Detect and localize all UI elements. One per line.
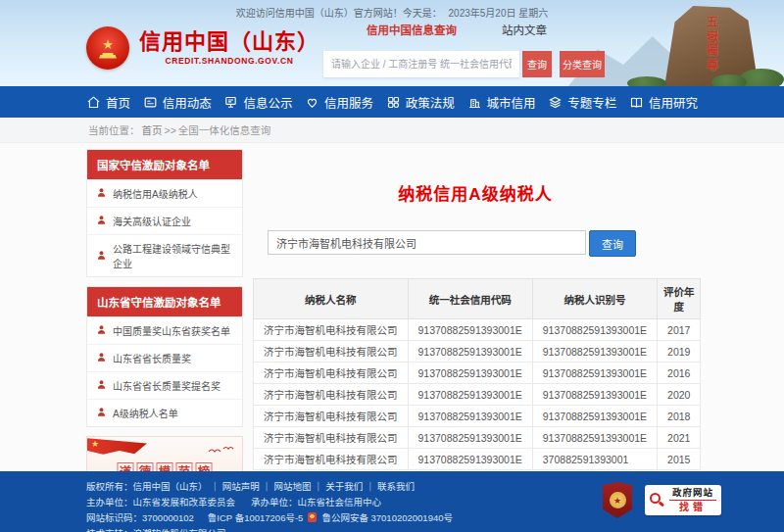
- footer-link-2[interactable]: 关于我们: [325, 481, 363, 492]
- sidebar-item-label: 山东省省长质量奖: [113, 351, 191, 365]
- site-domain: CREDIT.SHANDONG.GOV.CN: [139, 56, 319, 66]
- result-table: 纳税人名称统一社会信用代码纳税人识别号评价年度 济宁市海智机电科技有限公司913…: [253, 278, 701, 470]
- badge-line2: 找错: [679, 503, 707, 512]
- table-cell: 91370882591393001E: [532, 319, 657, 341]
- site-header: 五嶽獨尊 欢迎访问信用中国（山东）官方网站！今天是： 2023年5月20日 星期…: [0, 0, 784, 86]
- footer-link-0[interactable]: 网站声明: [222, 481, 260, 492]
- nav-item-label: 首页: [106, 93, 130, 112]
- page: 五嶽獨尊 欢迎访问信用中国（山东）官方网站！今天是： 2023年5月20日 星期…: [0, 0, 784, 532]
- footer-separator: ｜: [311, 481, 325, 492]
- sidebar-item-0-2[interactable]: 公路工程建设领域守信典型企业: [87, 234, 242, 276]
- footer-separator: ｜: [363, 481, 377, 492]
- police-emblem-icon: [308, 512, 317, 522]
- board-icon: [223, 95, 238, 110]
- red-flag-icon: ★: [86, 438, 147, 465]
- company-query-button[interactable]: 查询: [589, 230, 636, 257]
- gov-shield-badge[interactable]: ★: [603, 482, 632, 518]
- nav-item-label: 信用动态: [163, 93, 212, 112]
- person-badge-icon: [96, 215, 107, 227]
- sidebar-item-1-2[interactable]: 山东省省长质量奖提名奖: [87, 371, 242, 399]
- person-badge-icon: [96, 324, 107, 337]
- table-cell: 济宁市海智机电科技有限公司: [254, 449, 409, 470]
- breadcrumb-home-link[interactable]: 首页: [142, 122, 163, 137]
- sidebar-section-1: 山东省守信激励对象名单中国质量奖山东省获奖名单山东省省长质量奖山东省省长质量奖提…: [86, 286, 243, 427]
- footer-links: ｜ 网站声明 ｜ 网站地图 ｜ 关于我们 ｜ 联系我们: [211, 479, 416, 493]
- person-badge-icon: [96, 352, 107, 364]
- nav-item-0[interactable]: 首页: [86, 93, 130, 112]
- sidebar-section-title: 国家守信激励对象名单: [87, 150, 242, 179]
- welcome-bar: 欢迎访问信用中国（山东）官方网站！今天是： 2023年5月20日 星期六: [0, 0, 784, 20]
- table-cell: 91370882591393001E: [532, 427, 657, 449]
- nav-item-1[interactable]: 信用动态: [143, 93, 212, 112]
- footer-undertaker: 承办单位：山东省社会信用中心: [251, 495, 381, 508]
- footer-link-3[interactable]: 联系我们: [377, 481, 415, 492]
- site-title: 信用中国（山东）: [139, 30, 319, 54]
- header-search-block: 信用中国信息查询 站内文章 查询 分类查询: [323, 22, 610, 77]
- table-cell: 91370882591393001E: [408, 427, 532, 449]
- sidebar-sections: 国家守信激励对象名单纳税信用A级纳税人海关高级认证企业公路工程建设领域守信典型企…: [86, 149, 243, 427]
- column-header: 纳税人名称: [254, 279, 409, 319]
- nav-item-label: 信用研究: [649, 93, 698, 112]
- table-cell: 370882591393001: [532, 449, 657, 470]
- person-badge-icon: [96, 379, 107, 392]
- table-cell: 91370882591393001E: [532, 384, 657, 406]
- sidebar-item-1-3[interactable]: A级纳税人名单: [87, 399, 242, 426]
- nav-item-3[interactable]: 信用服务: [305, 93, 373, 112]
- breadcrumb-separator: >>: [165, 124, 176, 136]
- sidebar-section-title: 山东省守信激励对象名单: [87, 287, 242, 316]
- gov-site-error-badge[interactable]: 政府网站 找错: [645, 485, 721, 515]
- sidebar-item-1-0[interactable]: 中国质量奖山东省获奖名单: [87, 316, 242, 344]
- main-panel: 纳税信用A级纳税人 查询 纳税人名称统一社会信用代码纳税人识别号评价年度 济宁市…: [253, 149, 698, 501]
- nav-item-4[interactable]: 政策法规: [386, 93, 455, 112]
- sidebar-item-1-1[interactable]: 山东省省长质量奖: [87, 344, 242, 371]
- footer-link-1[interactable]: 网站地图: [273, 481, 311, 492]
- nav-item-7[interactable]: 信用研究: [629, 93, 698, 112]
- table-row-2: 济宁市海智机电科技有限公司91370882591393001E913708825…: [254, 363, 701, 384]
- nav-item-6[interactable]: 专题专栏: [548, 93, 616, 112]
- sidebar-item-label: A级纳税人名单: [113, 406, 178, 420]
- sidebar-item-label: 海关高级认证企业: [113, 214, 191, 228]
- table-cell: 91370882591393001E: [532, 406, 657, 427]
- footer-police[interactable]: 鲁公网安备 37010202001940号: [321, 510, 453, 524]
- breadcrumb: 当前位置： 首页 >> 全国一体化信息查询: [0, 118, 784, 143]
- birds-icon: [207, 442, 236, 459]
- footer-separator: ｜: [211, 481, 222, 492]
- table-cell: 2016: [658, 363, 701, 384]
- header-search-button[interactable]: 查询: [522, 51, 552, 77]
- nav-item-label: 专题专栏: [567, 93, 616, 112]
- nav-item-2[interactable]: 信息公示: [223, 93, 292, 112]
- layers-icon: [548, 95, 563, 110]
- table-row-0: 济宁市海智机电科技有限公司91370882591393001E913708825…: [254, 319, 701, 341]
- table-cell: 2019: [658, 341, 701, 363]
- tab-credit-info-query[interactable]: 信用中国信息查询: [367, 22, 457, 37]
- page-title: 纳税信用A级纳税人: [253, 180, 698, 205]
- home-icon: [86, 95, 101, 110]
- column-header: 统一社会信用代码: [408, 279, 532, 319]
- nav-items: 首页信用动态信息公示信用服务政策法规城市信用专题专栏信用研究: [86, 86, 698, 118]
- person-badge-icon: [96, 250, 107, 263]
- sidebar-item-label: 中国质量奖山东省获奖名单: [113, 323, 230, 338]
- sidebar: 国家守信激励对象名单纳税信用A级纳税人海关高级认证企业公路工程建设领域守信典型企…: [86, 149, 243, 501]
- active-tab-caret: [412, 51, 423, 58]
- table-cell: 91370882591393001E: [408, 384, 532, 406]
- content: 国家守信激励对象名单纳税信用A级纳税人海关高级认证企业公路工程建设领域守信典型企…: [86, 149, 698, 501]
- footer-support: 技术支持：浪潮软件股份有限公司: [86, 526, 226, 532]
- table-cell: 91370882591393001E: [408, 363, 532, 384]
- nav-item-5[interactable]: 城市信用: [467, 93, 536, 112]
- table-row-3: 济宁市海智机电科技有限公司91370882591393001E913708825…: [254, 384, 701, 406]
- table-body: 济宁市海智机电科技有限公司91370882591393001E913708825…: [254, 319, 701, 470]
- sidebar-item-0-1[interactable]: 海关高级认证企业: [87, 207, 242, 234]
- sidebar-item-0-0[interactable]: 纳税信用A级纳税人: [87, 179, 242, 207]
- sidebar-item-label: 公路工程建设领域守信典型企业: [113, 241, 233, 270]
- table-row-1: 济宁市海智机电科技有限公司91370882591393001E913708825…: [254, 341, 701, 363]
- current-date: 2023年5月20日 星期六: [449, 8, 549, 19]
- sidebar-item-label: 山东省省长质量奖提名奖: [113, 378, 220, 393]
- news-icon: [143, 95, 158, 110]
- category-search-button[interactable]: 分类查询: [560, 51, 605, 77]
- footer-icp[interactable]: 鲁ICP 备10017206号-5: [208, 510, 304, 524]
- table-row-6: 济宁市海智机电科技有限公司91370882591393001E370882591…: [254, 449, 701, 470]
- tab-site-articles[interactable]: 站内文章: [502, 22, 547, 37]
- table-cell: 91370882591393001E: [408, 449, 532, 470]
- company-query-input[interactable]: [268, 230, 586, 255]
- table-header-row: 纳税人名称统一社会信用代码纳税人识别号评价年度: [254, 279, 701, 319]
